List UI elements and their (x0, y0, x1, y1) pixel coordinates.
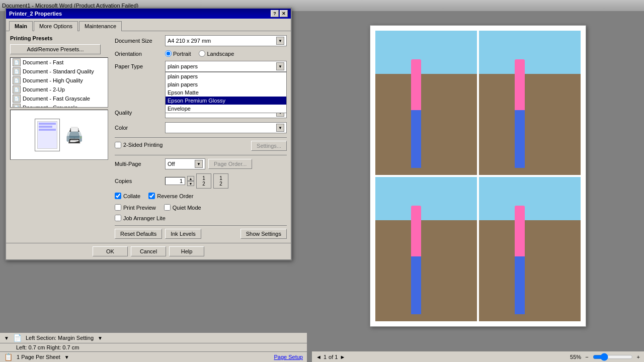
pages-per-sheet-label: 1 Page Per Sheet (17, 354, 60, 360)
photo-sim-3 (375, 177, 477, 321)
photo-sim-4 (479, 177, 581, 321)
preset-icon-2up: 📄 (13, 85, 21, 94)
cancel-button[interactable]: Cancel (131, 246, 166, 256)
orientation-row: Orientation Portrait Landscape (115, 50, 287, 57)
dialog-tabs: Main More Options Maintenance (6, 19, 291, 31)
copies-spinner[interactable]: ▲ ▼ (187, 176, 194, 186)
copies-label: Copies (115, 178, 165, 184)
paper-type-dropdown[interactable]: plain papers plain papers Epson Matte Ep… (165, 72, 287, 113)
preset-item-gray[interactable]: 📄 Document - Grayscale (11, 103, 108, 108)
copies-up-btn[interactable]: ▲ (187, 176, 194, 181)
preset-item-fast-gray[interactable]: 📄 Document - Fast Grayscale (11, 94, 108, 103)
page-of: of 1 (329, 354, 338, 360)
preset-item-2up[interactable]: 📄 Document - 2-Up (11, 85, 108, 94)
collate-label[interactable]: Collate (115, 193, 140, 199)
collate-icons: 12 12 (196, 173, 228, 189)
preset-item-standard[interactable]: 📄 Document - Standard Quality (11, 67, 108, 76)
job-arranger-checkbox[interactable] (115, 215, 121, 221)
pages-dropdown-arrow[interactable]: ▼ (64, 354, 69, 360)
prev-page-icon[interactable]: ◄ (316, 354, 321, 360)
paper-type-option-envelope[interactable]: Envelope (166, 105, 286, 113)
document-size-arrow[interactable]: ▼ (276, 37, 284, 45)
copies-input[interactable] (165, 177, 185, 185)
photo-4 (479, 177, 581, 321)
page-setup-link[interactable]: Page Setup (274, 354, 303, 360)
expand-arrow-icon[interactable]: ▼ (98, 335, 103, 341)
add-remove-presets-button[interactable]: Add/Remove Presets... (10, 44, 101, 54)
multi-page-arrow[interactable]: ▼ (195, 160, 203, 168)
quiet-mode-label[interactable]: Quiet Mode (164, 204, 201, 211)
page-navigation[interactable]: ◄ 1 of 1 ► (316, 354, 345, 360)
reset-defaults-button[interactable]: Reset Defaults (115, 229, 162, 239)
paper-type-arrow[interactable]: ▼ (276, 62, 284, 70)
pages-icon: 📋 (4, 353, 13, 361)
quality-label: Quality (115, 110, 165, 116)
titlebar-controls[interactable]: ? ✕ (271, 10, 288, 17)
current-page: 1 (324, 354, 327, 360)
photo-sim-2 (479, 31, 581, 175)
two-sided-checkbox[interactable] (115, 142, 121, 148)
settings-button[interactable]: Settings... (251, 141, 287, 151)
color-select[interactable]: ▼ (165, 122, 287, 133)
show-settings-button[interactable]: Show Settings (240, 229, 287, 239)
collapse-arrow-icon[interactable]: ▼ (4, 335, 9, 341)
printer-dialog: Printer_2 Properties ? ✕ Main More Optio… (5, 8, 292, 260)
zoom-in-icon[interactable]: + (637, 354, 640, 360)
reverse-order-checkbox[interactable] (148, 193, 155, 199)
landscape-radio[interactable] (199, 50, 205, 57)
preset-icon-fast-gray: 📄 (13, 95, 21, 103)
photo-1 (375, 31, 477, 175)
close-titlebar-btn[interactable]: ✕ (280, 10, 288, 17)
multi-page-select[interactable]: Off ▼ (165, 158, 205, 169)
ink-levels-button[interactable]: Ink Levels (165, 229, 201, 239)
right-panel: Document Size A4 210 x 297 mm ▼ Orientat… (115, 35, 287, 239)
two-sided-checkbox-label[interactable]: 2-Sided Printing (115, 142, 163, 148)
paper-type-option-plain1[interactable]: plain papers (166, 72, 286, 80)
document-size-row: Document Size A4 210 x 297 mm ▼ (115, 35, 287, 46)
tab-main[interactable]: Main (9, 21, 33, 31)
portrait-radio-label[interactable]: Portrait (165, 50, 191, 57)
pages-per-sheet-row[interactable]: 📋 1 Page Per Sheet ▼ Page Setup (0, 351, 307, 362)
paper-type-value: plain papers (168, 63, 198, 69)
collate-checkbox[interactable] (115, 193, 121, 199)
paper-type-option-matte[interactable]: Epson Matte (166, 88, 286, 97)
portrait-radio[interactable] (165, 50, 172, 57)
portrait-label: Portrait (173, 51, 191, 57)
left-panel: Printing Presets Add/Remove Presets... 📄… (10, 35, 111, 239)
color-arrow[interactable]: ▼ (276, 124, 284, 132)
paper-type-select[interactable]: plain papers ▼ (165, 61, 287, 72)
collate-icon-1: 12 (196, 173, 211, 189)
zoom-slider[interactable] (593, 353, 633, 361)
copies-down-btn[interactable]: ▼ (187, 181, 194, 186)
margin-setting-label: Left Section: Margin Setting (26, 335, 94, 341)
paper-type-option-glossy[interactable]: Epson Premium Glossy (166, 97, 286, 105)
ok-button[interactable]: OK (93, 246, 128, 256)
reverse-order-text: Reverse Order (157, 193, 193, 199)
page-order-button[interactable]: Page Order... (208, 159, 252, 169)
preset-item-high[interactable]: 📄 Document - High Quality (11, 76, 108, 85)
preset-list[interactable]: 📄 Document - Fast 📄 Document - Standard … (10, 57, 108, 108)
job-arranger-label[interactable]: Job Arranger Lite (115, 215, 287, 221)
help-titlebar-btn[interactable]: ? (271, 10, 279, 17)
tab-maintenance[interactable]: Maintenance (79, 21, 122, 31)
help-button[interactable]: Help (169, 246, 204, 256)
tab-more-options[interactable]: More Options (34, 21, 78, 31)
doc-paper (370, 25, 586, 327)
paper-type-label: Paper Type (115, 63, 165, 69)
collate-row: Collate Reverse Order (115, 193, 287, 201)
multi-page-value: Off (168, 161, 175, 167)
zoom-out-icon[interactable]: − (585, 354, 588, 360)
job-arranger-text: Job Arranger Lite (123, 215, 166, 221)
paper-type-option-plain2[interactable]: plain papers (166, 80, 286, 88)
preset-item-fast[interactable]: 📄 Document - Fast (11, 58, 108, 67)
print-preview-checkbox[interactable] (115, 204, 121, 211)
document-size-select[interactable]: A4 210 x 297 mm ▼ (165, 35, 287, 46)
landscape-radio-label[interactable]: Landscape (199, 50, 234, 57)
next-page-icon[interactable]: ► (340, 354, 345, 360)
quiet-mode-checkbox[interactable] (164, 204, 171, 211)
reverse-order-label[interactable]: Reverse Order (148, 193, 193, 199)
bottom-buttons-row: Reset Defaults Ink Levels Show Settings (115, 225, 287, 239)
color-control: ▼ (165, 122, 287, 133)
multi-page-row: Multi-Page Off ▼ Page Order... (115, 158, 287, 169)
print-preview-label[interactable]: Print Preview (115, 204, 156, 211)
